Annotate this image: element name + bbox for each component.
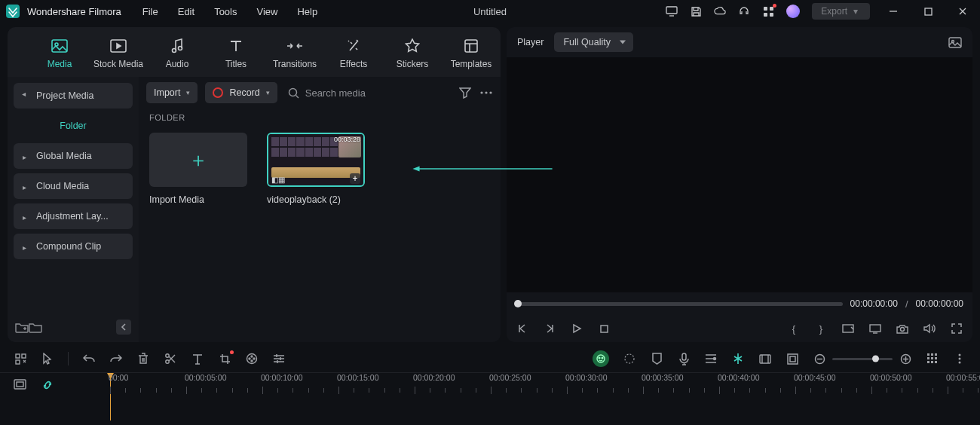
prev-frame-icon[interactable]: [516, 322, 529, 335]
tab-stickers[interactable]: Stickers: [383, 38, 442, 77]
sidebar-item-global-media[interactable]: ▸ Global Media: [14, 143, 133, 169]
next-frame-icon[interactable]: [543, 322, 556, 335]
marker-icon[interactable]: [650, 352, 663, 365]
volume-icon[interactable]: [923, 322, 936, 335]
templates-icon: [464, 38, 478, 54]
ruler-time-label: 00:00: [109, 373, 128, 382]
quality-dropdown[interactable]: Full Quality: [554, 32, 633, 52]
split-icon[interactable]: [164, 352, 177, 365]
import-dropdown[interactable]: Import ▾: [146, 82, 198, 103]
frame-icon[interactable]: [786, 352, 799, 365]
search-input[interactable]: Search media: [288, 87, 366, 99]
sidebar-item-adjustment-layer[interactable]: ▸ Adjustment Lay...: [14, 203, 133, 229]
ratio-icon[interactable]: [841, 322, 855, 335]
tab-effects[interactable]: Effects: [324, 38, 383, 77]
folder-icon[interactable]: [29, 322, 42, 333]
play-icon[interactable]: [570, 322, 583, 335]
add-clip-icon[interactable]: +: [350, 173, 360, 184]
export-button[interactable]: Export▾: [812, 3, 870, 20]
chevron-icon: ▸: [23, 183, 29, 189]
cursor-icon[interactable]: [41, 352, 54, 365]
record-icon: [213, 87, 223, 98]
menu-view[interactable]: View: [256, 6, 277, 17]
progress-bar[interactable]: [516, 302, 843, 306]
clip-thumb[interactable]: 00:03:28 ◧▦ +: [267, 133, 365, 187]
tab-media[interactable]: Media: [30, 38, 89, 77]
window-maximize[interactable]: [917, 4, 939, 19]
stop-icon[interactable]: [597, 322, 611, 335]
svg-rect-48: [935, 353, 937, 356]
user-avatar[interactable]: [786, 5, 800, 18]
render-icon[interactable]: [758, 352, 772, 365]
sidebar-item-label: Folder: [60, 121, 86, 131]
save-icon[interactable]: [690, 5, 702, 17]
collapse-sidebar-icon[interactable]: [116, 320, 131, 335]
window-close[interactable]: [951, 4, 974, 19]
apps-icon[interactable]: [762, 5, 774, 17]
menu-help[interactable]: Help: [297, 6, 317, 17]
link-icon[interactable]: [41, 379, 54, 391]
cloud-icon[interactable]: [714, 5, 726, 17]
import-media-card[interactable]: ＋ Import Media: [149, 133, 247, 205]
record-dropdown[interactable]: Record ▾: [205, 82, 277, 103]
tab-templates[interactable]: Templates: [442, 38, 501, 77]
ruler-time-label: 00:00:15:00: [337, 373, 378, 382]
audio-track-icon[interactable]: [704, 352, 718, 365]
display-icon[interactable]: [868, 322, 882, 335]
mark-in-icon[interactable]: {: [787, 322, 801, 335]
player-viewport[interactable]: [507, 57, 972, 292]
svg-rect-25: [16, 354, 20, 358]
window-minimize[interactable]: [882, 4, 905, 19]
clip-card[interactable]: 00:03:28 ◧▦ + videoplayback (2): [267, 133, 365, 205]
ai-button[interactable]: [593, 350, 609, 367]
stock-media-icon: [110, 38, 127, 54]
speed-icon[interactable]: [623, 352, 636, 365]
sidebar-item-label: Project Media: [36, 90, 93, 101]
timeline-track-area[interactable]: 00:0000:00:05:0000:00:10:0000:00:15:0000…: [98, 372, 980, 420]
import-box[interactable]: ＋: [149, 133, 247, 187]
svg-point-56: [959, 358, 961, 360]
tab-stock-media[interactable]: Stock Media: [89, 38, 148, 77]
media-panel: Media Stock Media Audio Titles Transitio…: [8, 27, 501, 342]
timeline-more-icon[interactable]: [953, 352, 966, 365]
zoom-slider[interactable]: [832, 358, 893, 360]
fullscreen-icon[interactable]: [950, 322, 963, 335]
timeline-left: [0, 372, 98, 420]
filter-icon[interactable]: [458, 86, 472, 99]
zoom-in-icon[interactable]: [899, 352, 912, 365]
undo-icon[interactable]: [82, 352, 96, 365]
sidebar-folder[interactable]: Folder: [14, 113, 133, 139]
grid-icon[interactable]: [14, 352, 27, 365]
mark-out-icon[interactable]: }: [814, 322, 828, 335]
adjust-icon[interactable]: [272, 352, 286, 365]
progress-bar-row: 00:00:00:00 / 00:00:00:00: [507, 292, 972, 315]
support-icon[interactable]: [738, 5, 750, 17]
tab-audio[interactable]: Audio: [148, 38, 207, 77]
track-visibility-icon[interactable]: [14, 379, 26, 390]
menu-file[interactable]: File: [142, 6, 158, 17]
device-icon[interactable]: [666, 5, 678, 17]
delete-icon[interactable]: [136, 352, 150, 365]
crop-icon[interactable]: [218, 352, 231, 365]
color-icon[interactable]: [245, 352, 259, 365]
sidebar-item-cloud-media[interactable]: ▸ Cloud Media: [14, 173, 133, 199]
camera-icon[interactable]: [896, 322, 909, 335]
new-folder-icon[interactable]: [15, 322, 29, 333]
redo-icon[interactable]: [109, 352, 123, 365]
tab-titles[interactable]: Titles: [207, 38, 265, 77]
sidebar-item-compound-clip[interactable]: ▸ Compound Clip: [14, 234, 133, 259]
sidebar-item-project-media[interactable]: ▾ Project Media: [14, 83, 133, 109]
keyframe-icon[interactable]: [731, 352, 745, 365]
zoom-out-icon[interactable]: [813, 352, 826, 365]
menu-tools[interactable]: Tools: [214, 6, 237, 17]
snapshot-icon[interactable]: [948, 37, 962, 48]
app-name: Wondershare Filmora: [27, 6, 121, 17]
view-grid-icon[interactable]: [926, 352, 939, 365]
audio-icon: [171, 38, 183, 54]
menu-edit[interactable]: Edit: [178, 6, 194, 17]
voice-icon[interactable]: [677, 352, 691, 365]
tab-transitions[interactable]: Transitions: [265, 38, 324, 77]
more-icon[interactable]: [479, 86, 493, 99]
zoom-control: [813, 352, 912, 365]
text-icon[interactable]: [191, 352, 204, 365]
